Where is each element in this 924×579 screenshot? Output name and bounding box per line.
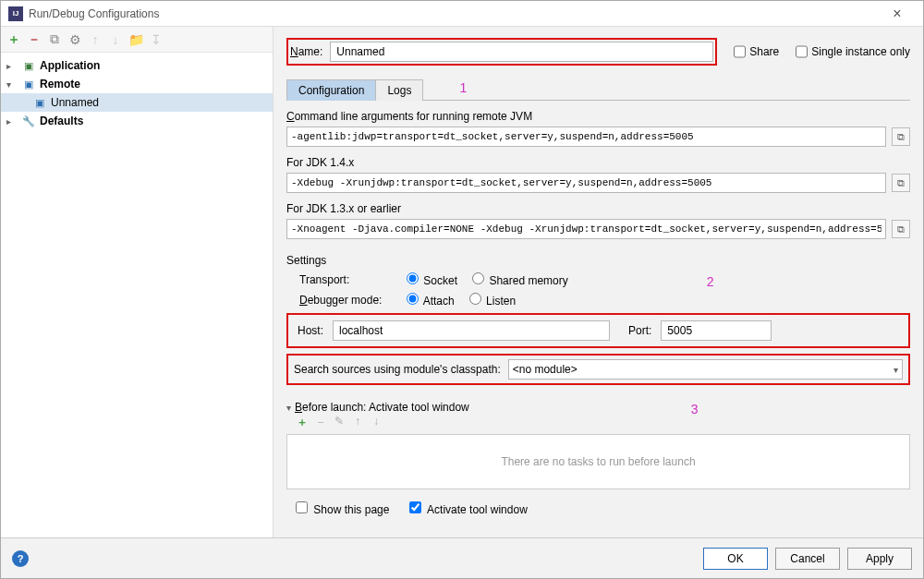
edit-task-icon[interactable]: ✎ — [333, 415, 346, 430]
tab-logs[interactable]: Logs — [375, 79, 423, 101]
cmd-args-row: ⧉ — [286, 127, 910, 147]
folder-icon[interactable]: 📁 — [128, 32, 143, 47]
activate-tool-window-label: Activate tool window — [427, 503, 528, 516]
settings-icon[interactable]: ⚙ — [67, 32, 82, 47]
dialog-footer: ? OK Cancel Apply — [1, 537, 923, 578]
attach-radio[interactable] — [407, 293, 419, 305]
move-down-icon[interactable]: ↓ — [370, 415, 383, 430]
tree-item-application[interactable]: ▸ ▣ Application — [1, 56, 273, 75]
host-port-highlight: Host: Port: — [286, 313, 910, 348]
remove-config-icon[interactable]: － — [27, 32, 42, 47]
tree-item-remote[interactable]: ▾ ▣ Remote — [1, 75, 273, 93]
annotation-3: 3 — [691, 402, 699, 416]
copy-config-icon[interactable]: ⧉ — [47, 32, 62, 47]
activate-tool-window-checkbox[interactable] — [409, 501, 421, 513]
jdk13-row: ⧉ — [286, 219, 910, 239]
radio-shared-memory[interactable]: Shared memory — [467, 272, 568, 287]
before-launch-header: Before launch: Activate tool window — [295, 401, 469, 414]
listen-label: Listen — [486, 295, 516, 308]
move-down-icon[interactable]: ↓ — [108, 32, 123, 47]
collapse-icon[interactable]: ▾ — [6, 79, 18, 90]
before-launch-header-row[interactable]: ▾ Before launch: Activate tool window 3 — [286, 400, 910, 415]
copy-icon[interactable]: ⧉ — [892, 127, 910, 146]
activate-tool-window-row[interactable]: Activate tool window — [406, 499, 527, 516]
ok-button[interactable]: OK — [703, 548, 768, 570]
copy-icon[interactable]: ⧉ — [892, 220, 910, 238]
tree-label: Unnamed — [51, 96, 99, 109]
show-this-page-label: Show this page — [313, 503, 389, 516]
radio-socket[interactable]: Socket — [401, 272, 457, 287]
jdk14-field[interactable] — [286, 173, 886, 193]
move-up-icon[interactable]: ↑ — [351, 415, 364, 430]
before-launch-empty: There are no tasks to run before launch — [501, 455, 695, 468]
radio-attach[interactable]: Attach — [401, 293, 455, 308]
tree-item-defaults[interactable]: ▸ 🔧 Defaults — [1, 112, 273, 130]
socket-radio[interactable] — [407, 272, 419, 284]
collapse-icon[interactable]: ▾ — [286, 403, 291, 413]
remove-task-icon[interactable]: － — [314, 415, 327, 430]
tree-item-unnamed[interactable]: ▣ Unnamed — [1, 93, 273, 112]
annotation-2: 2 — [707, 274, 714, 289]
single-instance-row[interactable]: Single instance only — [796, 42, 910, 62]
before-launch-toolbar: ＋ － ✎ ↑ ↓ — [286, 415, 910, 430]
copy-icon[interactable]: ⧉ — [892, 174, 910, 192]
shared-memory-radio[interactable] — [472, 272, 484, 284]
classpath-value: <no module> — [513, 363, 578, 376]
show-this-page-row[interactable]: Show this page — [292, 499, 389, 516]
classpath-highlight: Search sources using module's classpath:… — [286, 354, 910, 385]
sort-icon[interactable]: ↧ — [149, 32, 164, 47]
annotation-1: 1 — [459, 80, 467, 102]
left-panel: ＋ － ⧉ ⚙ ↑ ↓ 📁 ↧ ▸ ▣ Application ▾ ▣ Remo… — [1, 27, 274, 537]
name-row: Name: Share Single instance only — [286, 38, 910, 66]
config-tree: ▸ ▣ Application ▾ ▣ Remote ▣ Unnamed ▸ 🔧… — [1, 53, 273, 537]
name-label: Name: — [290, 45, 322, 58]
jdk13-label: For JDK 1.3.x or earlier — [286, 202, 910, 215]
shared-memory-label: Shared memory — [489, 274, 567, 287]
expand-icon[interactable]: ▸ — [6, 116, 18, 127]
jdk14-label: For JDK 1.4.x — [286, 156, 910, 169]
tab-configuration[interactable]: Configuration — [286, 79, 376, 101]
cmd-args-field[interactable] — [286, 127, 886, 147]
bottom-checks: Show this page Activate tool window — [286, 499, 910, 516]
window-title: Run/Debug Configurations — [29, 7, 879, 20]
share-checkbox[interactable] — [734, 42, 746, 62]
share-label: Share — [749, 45, 779, 58]
port-input[interactable] — [661, 320, 772, 341]
socket-label: Socket — [423, 274, 457, 287]
name-input[interactable] — [330, 42, 713, 62]
transport-label: Transport: — [299, 273, 392, 286]
single-instance-checkbox[interactable] — [796, 42, 808, 62]
host-input[interactable] — [333, 320, 610, 341]
port-label: Port: — [628, 324, 651, 337]
listen-radio[interactable] — [469, 293, 481, 305]
add-task-icon[interactable]: ＋ — [296, 415, 309, 430]
single-instance-label: Single instance only — [811, 45, 910, 58]
add-config-icon[interactable]: ＋ — [6, 32, 21, 47]
tree-label: Defaults — [40, 115, 83, 127]
debugger-mode-row: Debugger mode: Attach Listen — [299, 293, 910, 308]
jdk14-row: ⧉ — [286, 173, 910, 193]
jdk13-field[interactable] — [286, 219, 886, 239]
expand-icon[interactable]: ▸ — [6, 61, 18, 71]
cancel-button[interactable]: Cancel — [775, 548, 840, 570]
config-toolbar: ＋ － ⧉ ⚙ ↑ ↓ 📁 ↧ — [1, 27, 273, 53]
titlebar: IJ Run/Debug Configurations × — [1, 1, 923, 27]
radio-listen[interactable]: Listen — [464, 293, 516, 308]
apply-button[interactable]: Apply — [847, 548, 912, 570]
settings-label: Settings — [286, 254, 910, 267]
close-icon[interactable]: × — [879, 6, 916, 22]
show-this-page-checkbox[interactable] — [296, 501, 308, 513]
attach-label: Attach — [423, 295, 455, 308]
application-icon: ▣ — [21, 58, 36, 73]
dialog-body: ＋ － ⧉ ⚙ ↑ ↓ 📁 ↧ ▸ ▣ Application ▾ ▣ Remo… — [1, 27, 923, 537]
tabbar: Configuration Logs 1 — [286, 78, 910, 101]
move-up-icon[interactable]: ↑ — [88, 32, 103, 47]
wrench-icon: 🔧 — [21, 114, 36, 128]
dialog-window: IJ Run/Debug Configurations × ＋ － ⧉ ⚙ ↑ … — [0, 0, 924, 579]
before-launch-section: ▾ Before launch: Activate tool window 3 … — [286, 400, 910, 516]
share-checkbox-row[interactable]: Share — [734, 42, 779, 62]
classpath-select[interactable]: <no module> — [508, 359, 903, 380]
app-icon: IJ — [8, 6, 23, 21]
help-icon[interactable]: ? — [12, 550, 29, 567]
host-label: Host: — [298, 324, 323, 337]
